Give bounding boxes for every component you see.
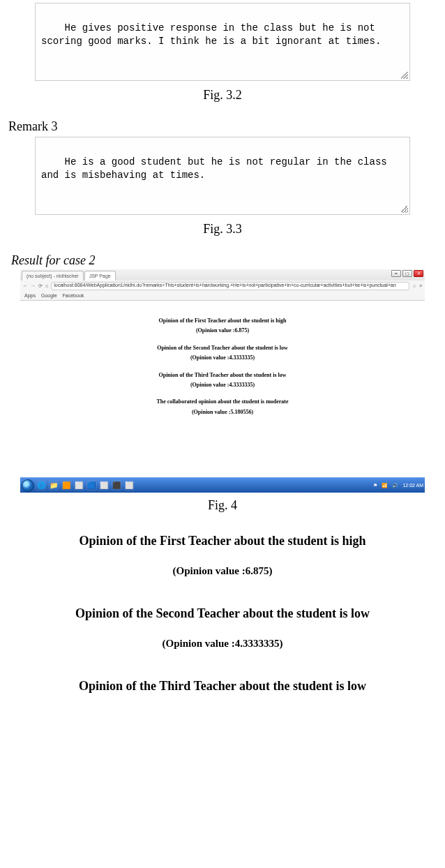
taskbar-app-icon-3[interactable]: 🟦 xyxy=(86,480,97,491)
result-teacher3-line: Opinion of the Third Teacher about the s… xyxy=(23,372,422,379)
windows-taskbar: 🌐 📁 🟧 ⬜ 🟦 ⬜ ⬛ ⬜ ⚑ 📶 🔊 12:02 AM xyxy=(20,477,425,493)
window-close-button[interactable]: ✕ xyxy=(414,270,423,277)
result-collab-line: The collaborated opinion about the stude… xyxy=(23,398,422,405)
result-teacher1-line: Opinion of the First Teacher about the s… xyxy=(23,317,422,324)
menu-icon[interactable]: ≡ xyxy=(419,283,422,288)
browser-page-content: Opinion of the First Teacher about the s… xyxy=(20,301,425,449)
google-bookmark[interactable]: Google xyxy=(41,293,57,298)
taskbar-app-icon-6[interactable]: ⬜ xyxy=(123,480,135,491)
zoom-teacher3-line: Opinion of the Third Teacher about the s… xyxy=(0,679,445,694)
taskbar-clock: 12:02 AM xyxy=(402,483,423,488)
resize-grip-icon[interactable] xyxy=(401,72,408,79)
taskbar-app-icon-1[interactable]: 🟧 xyxy=(61,480,72,491)
taskbar-explorer-icon[interactable]: 📁 xyxy=(48,480,59,491)
remark-3-label: Remark 3 xyxy=(8,119,445,134)
taskbar-app-icon-4[interactable]: ⬜ xyxy=(98,480,110,491)
zoom-teacher1-line: Opinion of the First Teacher about the s… xyxy=(0,534,445,548)
forward-icon[interactable]: → xyxy=(31,283,36,288)
browser-tab-2[interactable]: JSP Page xyxy=(84,271,116,280)
window-maximize-button[interactable]: ▢ xyxy=(402,270,412,277)
result-case-2-label: Result for case 2 xyxy=(11,253,445,268)
reload-icon[interactable]: ⟳ xyxy=(38,283,43,289)
figure-caption-3-3: Fig. 3.3 xyxy=(0,222,445,237)
address-bar[interactable]: localhost:8084/WebApplication1/nidhi.do?… xyxy=(51,282,409,290)
result-teacher2-line: Opinion of the Second Teacher about the … xyxy=(23,345,422,352)
zoom-result-block: Opinion of the First Teacher about the s… xyxy=(0,534,445,694)
taskbar-app-icon-2[interactable]: ⬜ xyxy=(73,480,84,491)
figure-caption-3-2: Fig. 3.2 xyxy=(0,88,445,103)
remark-text-2: He is a good student but he is not regul… xyxy=(41,156,393,181)
tray-network-icon[interactable]: 📶 xyxy=(382,483,388,488)
taskbar-app-icon-5[interactable]: ⬛ xyxy=(111,480,122,491)
facebook-bookmark[interactable]: Facebook xyxy=(63,293,84,298)
browser-window: ━ ▢ ✕ (no subject) - nidhischer JSP Page… xyxy=(20,269,425,449)
figure-caption-4: Fig. 4 xyxy=(0,498,445,513)
result-teacher3-value: (Opinion value :4.3333335) xyxy=(23,382,422,389)
browser-tab-1[interactable]: (no subject) - nidhischer xyxy=(22,271,84,280)
zoom-teacher2-line: Opinion of the Second Teacher about the … xyxy=(0,606,445,621)
browser-tab-2-label: JSP Page xyxy=(89,274,111,278)
window-minimize-button[interactable]: ━ xyxy=(391,270,401,277)
start-button[interactable] xyxy=(22,479,34,492)
tray-sound-icon[interactable]: 🔊 xyxy=(392,483,398,488)
home-icon[interactable]: ⌂ xyxy=(45,283,48,288)
remark-text-1: He gives positive response in the class … xyxy=(41,22,381,47)
remark-textarea-2[interactable]: He is a good student but he is not regul… xyxy=(35,137,410,215)
star-icon[interactable]: ☆ xyxy=(412,283,416,289)
address-url: localhost:8084/WebApplication1/nidhi.do?… xyxy=(54,283,396,287)
back-icon[interactable]: ← xyxy=(23,283,28,288)
tray-flag-icon[interactable]: ⚑ xyxy=(373,483,377,488)
remark-textarea-1[interactable]: He gives positive response in the class … xyxy=(35,3,410,81)
result-teacher1-value: (Opinion value :6.875) xyxy=(23,327,422,334)
browser-tab-1-label: (no subject) - nidhischer xyxy=(27,274,79,278)
zoom-teacher2-value: (Opinion value :4.3333335) xyxy=(0,638,445,650)
zoom-teacher1-value: (Opinion value :6.875) xyxy=(0,565,445,577)
apps-shortcut[interactable]: Apps xyxy=(24,293,36,298)
taskbar-ie-icon[interactable]: 🌐 xyxy=(36,480,47,491)
result-collab-value: (Opinion value :5.180556) xyxy=(23,409,422,416)
result-teacher2-value: (Opinion value :4.3333335) xyxy=(23,354,422,361)
resize-grip-icon[interactable] xyxy=(401,206,408,213)
